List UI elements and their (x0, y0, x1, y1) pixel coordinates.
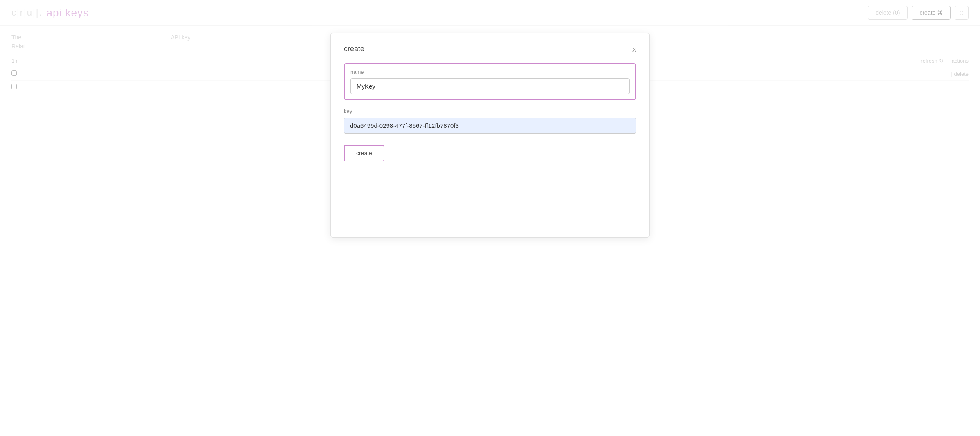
modal-title: create (344, 45, 364, 53)
name-input[interactable] (350, 78, 630, 94)
name-field-group: name (344, 63, 636, 100)
name-label: name (350, 69, 630, 75)
modal-header: create x (344, 45, 636, 53)
create-modal: create x name key create (330, 33, 650, 102)
modal-overlay: create x name key create (0, 0, 980, 102)
modal-close-button[interactable]: x (632, 45, 636, 53)
